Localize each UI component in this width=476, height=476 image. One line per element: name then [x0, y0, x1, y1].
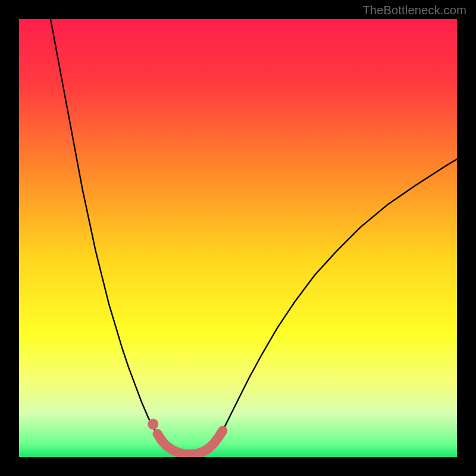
chart-svg — [19, 19, 457, 457]
watermark-text: TheBottleneck.com — [362, 4, 466, 17]
plot-area — [19, 19, 457, 457]
gradient-background — [19, 19, 457, 457]
highlight-dot — [148, 419, 158, 430]
chart-frame: TheBottleneck.com — [0, 0, 476, 476]
